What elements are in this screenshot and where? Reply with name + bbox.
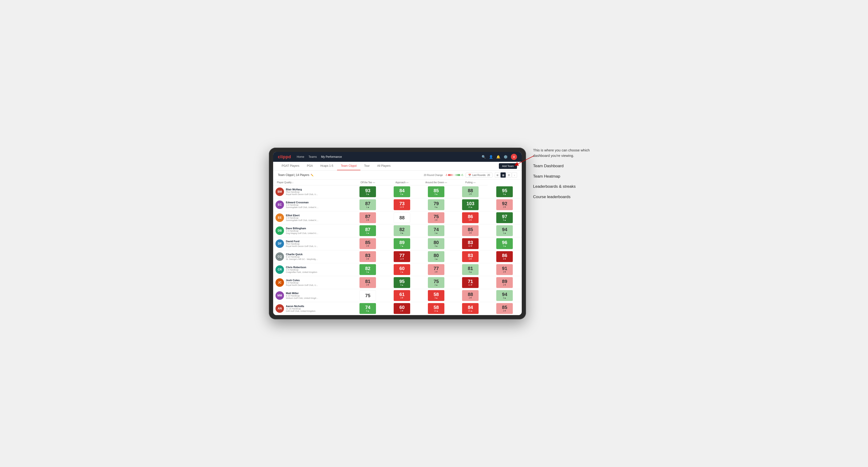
player-name[interactable]: Edward Crossman — [286, 201, 319, 204]
table-row[interactable]: EE Elliot Ebert 1-5 Handicap Sunningdale… — [273, 211, 522, 224]
logo[interactable]: clippd — [278, 154, 291, 159]
team-controls: 20 Round Change -5 +5 📅 Last Rounds: 20 … — [424, 173, 517, 178]
score-change: 3▼ — [366, 258, 369, 260]
score-box: 58 10▲ — [428, 303, 444, 314]
heatmap-view-button[interactable]: ▦ — [500, 173, 506, 178]
player-name[interactable]: Charlie Quick — [286, 253, 319, 256]
score-change: 2▼ — [469, 297, 472, 299]
last-rounds-button[interactable]: 📅 Last Rounds: 20 — [466, 173, 493, 178]
table-row[interactable]: DB Dave Billingham 1-5 Handicap Gog Mago… — [273, 224, 522, 237]
header-approach[interactable]: Approach — — [385, 180, 419, 185]
download-button[interactable]: ↓ — [512, 173, 517, 178]
tab-tour[interactable]: Tour — [361, 162, 373, 170]
score-box: 74 8▲ — [360, 303, 376, 314]
score-cell-quality: 75 — [351, 289, 385, 302]
tablet-frame: clippd Home Teams My Performance 🔍 👤 🔔 ⚙… — [269, 148, 526, 319]
score-change: 3▼ — [503, 206, 506, 208]
player-name[interactable]: Matt Miller — [286, 292, 319, 294]
user-icon[interactable]: 👤 — [489, 155, 493, 159]
search-icon[interactable]: 🔍 — [482, 155, 486, 159]
player-cell: CR Chris Robertson 1-5 Handicap Craigmil… — [273, 263, 351, 276]
score-number: 77 — [434, 266, 439, 271]
score-change: 10▼ — [468, 245, 473, 247]
player-name[interactable]: Dave Billingham — [286, 227, 319, 230]
top-nav: clippd Home Teams My Performance 🔍 👤 🔔 ⚙… — [273, 152, 522, 162]
score-cell-green: 83 10▼ — [453, 237, 488, 250]
tab-team-clippd[interactable]: Team Clippd — [337, 162, 361, 170]
header-tee[interactable]: Off the Tee — — [351, 180, 385, 185]
list-view-button[interactable]: ☰ — [506, 173, 512, 178]
table-row[interactable]: EC Edward Crossman 1-5 Handicap Sunningd… — [273, 198, 522, 211]
player-avatar: AN — [276, 304, 284, 313]
score-box: 103 15▲ — [462, 199, 478, 210]
grid-view-button[interactable]: ⊞ — [495, 173, 500, 178]
player-club: Craigmillar Park, United Kingdom — [286, 271, 317, 273]
player-handicap: Plus Handicap — [286, 243, 319, 245]
table-row[interactable]: AN Aaron Nicholls 11-15 Handicap Drift G… — [273, 302, 522, 315]
tab-hcaps[interactable]: Hcaps 1-5 — [316, 162, 337, 170]
score-number: 85 — [434, 188, 439, 193]
annotation-item-3: Leaderboards & streaks — [533, 184, 599, 190]
score-change: 3▼ — [366, 219, 369, 221]
nav-my-performance[interactable]: My Performance — [321, 155, 342, 158]
score-change: 3▼ — [434, 219, 438, 221]
player-name[interactable]: Elliot Ebert — [286, 214, 319, 217]
score-box: 75 2▲ — [428, 277, 444, 288]
score-box: 95 8▲ — [394, 277, 410, 288]
score-box: 75 — [360, 290, 376, 301]
score-number: 87 — [365, 201, 370, 206]
player-details: Dave Billingham 1-5 Handicap Gog Magog G… — [286, 227, 319, 235]
score-box: 85 3▼ — [360, 238, 376, 249]
score-box: 86 8▼ — [496, 251, 513, 262]
nav-teams[interactable]: Teams — [309, 155, 317, 158]
player-info: EC Edward Crossman 1-5 Handicap Sunningd… — [276, 200, 348, 209]
table-row[interactable]: JC Josh Coles 1-5 Handicap Royal North D… — [273, 276, 522, 289]
score-box: 60 2▲ — [394, 264, 410, 275]
player-details: Charlie Quick 6-10 Handicap St. George's… — [286, 253, 319, 260]
header-putting[interactable]: Putting — — [453, 180, 488, 185]
score-cell-approach: 75 2▲ — [419, 276, 453, 289]
player-name[interactable]: Josh Coles — [286, 279, 319, 282]
score-number: 60 — [399, 305, 404, 310]
header-green[interactable]: Around the Green — — [419, 180, 453, 185]
edit-icon[interactable]: ✏️ — [311, 174, 313, 177]
tab-all-players[interactable]: All Players — [373, 162, 394, 170]
score-change: 3▼ — [469, 232, 472, 234]
tab-pga[interactable]: PGA — [303, 162, 316, 170]
player-name[interactable]: Chris Robertson — [286, 266, 317, 269]
player-name[interactable]: David Ford — [286, 240, 319, 243]
tab-pgat[interactable]: PGAT Players — [278, 162, 303, 170]
table-row[interactable]: MM Matt Miller 6-10 Handicap Woburn Golf… — [273, 289, 522, 302]
score-cell-quality: 85 3▼ — [351, 237, 385, 250]
player-info: MM Matt Miller 6-10 Handicap Woburn Golf… — [276, 291, 348, 300]
table-row[interactable]: DF David Ford Plus Handicap Royal North … — [273, 237, 522, 250]
score-box: 79 9▲ — [428, 199, 444, 210]
player-avatar: MM — [276, 291, 284, 300]
score-change: 11▼ — [400, 206, 404, 208]
score-change: 3▼ — [503, 271, 506, 273]
scale-pos: +5 — [461, 174, 463, 177]
table-row[interactable]: CR Chris Robertson 1-5 Handicap Craigmil… — [273, 263, 522, 276]
player-name[interactable]: Blair McHarg — [286, 188, 319, 191]
score-box: 83 3▼ — [360, 251, 376, 262]
player-details: David Ford Plus Handicap Royal North Dev… — [286, 240, 319, 247]
score-number: 94 — [502, 292, 507, 297]
score-number: 77 — [399, 253, 404, 258]
score-cell-approach: 58 4▲ — [419, 289, 453, 302]
player-info: CQ Charlie Quick 6-10 Handicap St. Georg… — [276, 252, 348, 261]
bell-icon[interactable]: 🔔 — [496, 155, 500, 159]
score-cell-putting: 91 3▼ — [488, 263, 522, 276]
nav-home[interactable]: Home — [297, 155, 304, 158]
player-cell: JC Josh Coles 1-5 Handicap Royal North D… — [273, 276, 351, 289]
table-row[interactable]: CQ Charlie Quick 6-10 Handicap St. Georg… — [273, 250, 522, 263]
settings-icon[interactable]: ⚙️ — [503, 155, 507, 159]
header-player[interactable]: Player Quality ↓ — [273, 180, 351, 185]
score-cell-quality: 87 4▲ — [351, 224, 385, 237]
player-info: DF David Ford Plus Handicap Royal North … — [276, 239, 348, 248]
player-name[interactable]: Aaron Nicholls — [286, 305, 316, 308]
score-number: 75 — [434, 214, 439, 219]
score-number: 85 — [502, 305, 507, 310]
putting-header-label: Putting — — [465, 181, 475, 184]
table-row[interactable]: BM Blair McHarg Plus Handicap Royal Nort… — [273, 185, 522, 198]
score-box: 83 10▼ — [462, 238, 478, 249]
